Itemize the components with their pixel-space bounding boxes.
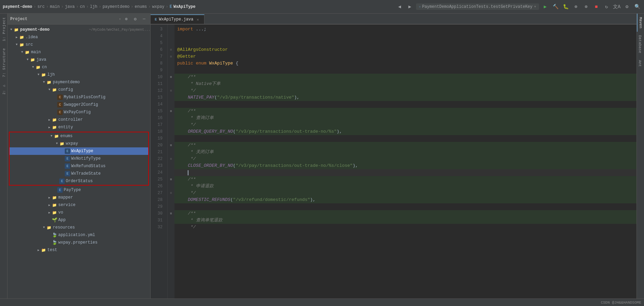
tree-item-app-yml[interactable]: 🍃 application.yml	[7, 231, 150, 239]
tree-item-orderstatus[interactable]: E OrderStatus	[10, 177, 148, 185]
tree-item-entity[interactable]: ▶ 📁 entity	[7, 123, 150, 131]
breadcrumb-project[interactable]: payment-demo	[3, 4, 32, 9]
tree-item-src[interactable]: ▼ 📁 src	[7, 41, 150, 48]
structure-tab[interactable]: 7: Structure	[0, 45, 7, 81]
code-line-27[interactable]: */	[174, 190, 637, 196]
code-line-10[interactable]: /**	[174, 74, 637, 81]
code-line-20[interactable]: /**	[174, 142, 637, 149]
code-line-14[interactable]	[174, 101, 637, 108]
update-button[interactable]: ↻	[602, 3, 611, 11]
tree-item-wxpay-folder[interactable]: ▼ 📁 wxpay	[10, 140, 148, 147]
code-line-9[interactable]	[174, 67, 637, 74]
code-line-26[interactable]: * 申请退款	[174, 183, 637, 190]
code-line-28[interactable]: DOMESTIC_REFUNDS ( "/v3/refund/domestic/…	[174, 196, 637, 203]
profile-button[interactable]: ⊗	[582, 3, 590, 11]
settings-button[interactable]: ⚙	[623, 3, 631, 11]
line-num-25: 25	[151, 176, 165, 183]
code-line-7[interactable]: @Getter	[174, 53, 637, 60]
maven-tab[interactable]: Maven	[637, 14, 644, 32]
tree-item-mapper[interactable]: ▶ 📁 mapper	[7, 194, 150, 201]
code-line-29[interactable]	[174, 203, 637, 210]
tree-item-wxpayconfig[interactable]: C WxPayConfig	[7, 108, 150, 116]
editor-tab-wxapitype[interactable]: E WxApiType.java ✕	[151, 14, 204, 24]
tree-item-wxtradestate[interactable]: E WxTradeState	[10, 170, 148, 177]
gutter-10-fold[interactable]: ≡	[168, 74, 174, 81]
code-line-24[interactable]	[174, 169, 637, 176]
tree-item-ljh[interactable]: ▼ 📁 ljh	[7, 71, 150, 78]
stop-button[interactable]: ■	[592, 3, 600, 11]
code-line-5[interactable]	[174, 40, 637, 46]
line-num-11: 11	[151, 81, 165, 87]
code-line-32[interactable]: */	[174, 224, 637, 231]
tree-item-wxapitype[interactable]: E WxApiType	[10, 147, 148, 155]
locate-file-button[interactable]: ⊕	[123, 16, 130, 23]
code-line-31[interactable]: * 查询单笔退款	[174, 217, 637, 224]
debug-button[interactable]: 🐛	[562, 3, 570, 11]
code-line-25[interactable]: /**	[174, 176, 637, 183]
gutter-20-fold[interactable]: ≡	[168, 142, 174, 149]
code-line-17[interactable]: */	[174, 121, 637, 128]
gutter-22: ≡	[168, 156, 174, 162]
code-line-3[interactable]: import ...;	[174, 26, 637, 33]
search-button[interactable]: 🔍	[633, 3, 641, 11]
line-num-6: 6	[151, 46, 165, 53]
code-line-30[interactable]: /**	[174, 210, 637, 217]
code-line-22[interactable]: */	[174, 156, 637, 162]
line-num-9: 9	[151, 67, 165, 74]
gear-button[interactable]: ⚙	[132, 16, 139, 23]
code-line-23[interactable]: CLOSE_ORDER_BY_NO ( "/v3/pay/transaction…	[174, 162, 637, 169]
gutter-15-fold[interactable]: ≡	[168, 108, 174, 115]
tree-item-main[interactable]: ▼ 📁 main	[7, 48, 150, 56]
tree-item-paymentdemo[interactable]: ▼ 📁 paymentdemo	[7, 78, 150, 86]
tree-item-cn[interactable]: ▼ 📁 cn	[7, 63, 150, 71]
tree-item-resources[interactable]: ▼ 📁 resources	[7, 224, 150, 231]
code-line-19[interactable]	[174, 135, 637, 142]
extra-tab[interactable]: 2: ▷	[0, 81, 7, 98]
code-content[interactable]: import ...; @AllArgsConstructor @Getter …	[174, 25, 637, 298]
project-tab[interactable]: 1: Project	[0, 14, 7, 45]
build-button[interactable]: 🔨	[551, 3, 559, 11]
tree-item-enums[interactable]: ▼ 📁 enums	[10, 132, 148, 140]
database-tab[interactable]: Database	[637, 32, 644, 57]
tree-item-test[interactable]: ▶ 📁 test	[7, 246, 150, 254]
run-button[interactable]: ▶	[541, 3, 549, 11]
translate-button[interactable]: 文A	[613, 3, 621, 11]
line-num-32: 32	[151, 224, 165, 231]
tree-item-wxrefundstatus[interactable]: E WxRefundStatus	[10, 162, 148, 170]
code-line-6[interactable]: @AllArgsConstructor	[174, 46, 637, 53]
code-line-18[interactable]: ORDER_QUERY_BY_NO ( "/v3/pay/transaction…	[174, 128, 637, 135]
code-line-11[interactable]: * Native下单	[174, 81, 637, 87]
gutter-23	[168, 162, 174, 169]
line-numbers: 3 4 5 6 7 8 9 10 11 12 13 14 15 16 17 18…	[151, 25, 168, 298]
gutter-25-fold[interactable]: ≡	[168, 176, 174, 183]
code-line-8[interactable]: public enum WxApiType {	[174, 60, 637, 67]
tree-item-service[interactable]: ▶ 📁 service	[7, 201, 150, 209]
tab-close-button[interactable]: ✕	[195, 17, 200, 22]
code-line-16[interactable]: * 查询订单	[174, 115, 637, 121]
ant-tab[interactable]: Ant	[637, 57, 644, 70]
tree-item-java[interactable]: ▼ 📁 java	[7, 56, 150, 63]
code-line-21[interactable]: * 关闭订单	[174, 149, 637, 156]
collapse-button[interactable]: —	[141, 16, 148, 23]
tree-item-wxnotifytype[interactable]: E WxNotifyType	[10, 155, 148, 162]
tree-item-vo[interactable]: ▶ 📁 vo	[7, 209, 150, 216]
code-line-15[interactable]: /**	[174, 108, 637, 115]
tree-item-mybatisplus[interactable]: C MybatisPlusConfig	[7, 93, 150, 101]
coverage-button[interactable]: ⊕	[572, 3, 580, 11]
run-config-selector[interactable]: ⬦ PaymentDemoApplicationTests.testGetPri…	[416, 3, 539, 10]
line-num-14: 14	[151, 101, 165, 108]
nav-back-button[interactable]: ◀	[396, 3, 404, 11]
nav-forward-button[interactable]: ▶	[406, 3, 414, 11]
code-line-13[interactable]: NATIVE_PAY ( "/v3/pay/transactions/nativ…	[174, 94, 637, 101]
tree-item-wxpay-props[interactable]: 🍃 wxpay.properties	[7, 239, 150, 246]
code-line-12[interactable]: */	[174, 87, 637, 94]
tree-item-root[interactable]: ▼ 📁 payment-demo ~/MyCode/WeChat_Pay/pay…	[7, 26, 150, 33]
tree-item-config[interactable]: ▼ 📁 config	[7, 86, 150, 93]
tree-item-swagger2[interactable]: C Swagger2Config	[7, 101, 150, 108]
gutter-30-fold[interactable]: ≡	[168, 210, 174, 217]
tree-item-paytype[interactable]: E PayType	[7, 186, 150, 194]
code-line-4[interactable]	[174, 33, 637, 40]
tree-item-idea[interactable]: ▶ 📁 .idea	[7, 33, 150, 41]
tree-item-controller[interactable]: ▶ 📁 controller	[7, 116, 150, 123]
tree-item-app[interactable]: 🌱 App	[7, 216, 150, 224]
